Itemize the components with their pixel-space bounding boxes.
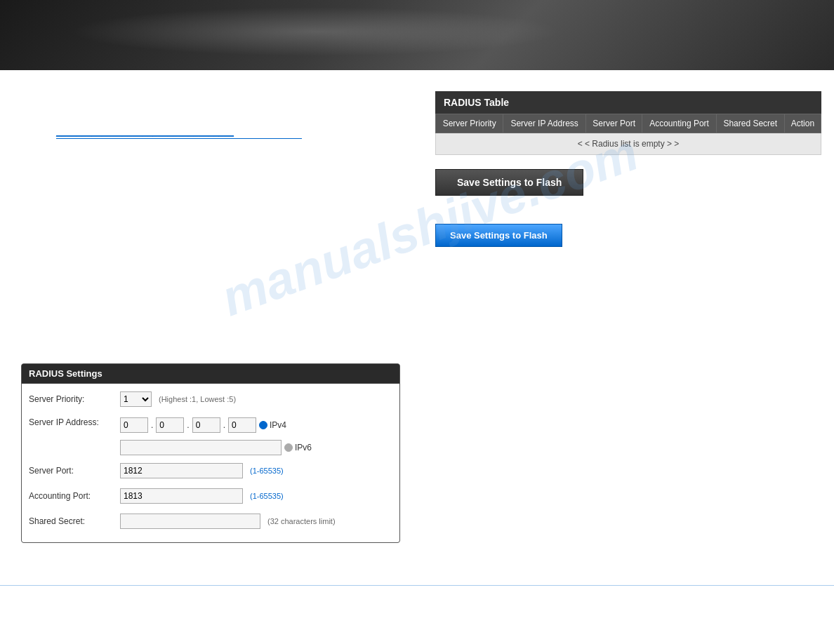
server-priority-hint: (Highest :1, Lowest :5) [159, 395, 236, 403]
ipv6-input[interactable] [120, 440, 282, 455]
server-port-row: Server Port: (1-65535) [29, 461, 392, 481]
server-ip-label: Server IP Address: [29, 417, 120, 427]
ip-octet-4[interactable] [228, 417, 256, 433]
server-ip-control: . . . IPv4 [120, 417, 392, 455]
ip-sep-2: . [187, 420, 189, 430]
radius-table: Server Priority Server IP Address Server… [435, 114, 821, 155]
shared-secret-input[interactable] [120, 514, 260, 529]
server-priority-select[interactable]: 1 2 3 4 5 [120, 391, 152, 407]
col-action: Action [784, 114, 821, 133]
accounting-port-input[interactable] [120, 488, 243, 504]
server-port-control: (1-65535) [120, 463, 392, 478]
shared-secret-row: Shared Secret: (32 characters limit) [29, 511, 392, 531]
accounting-port-label: Accounting Port: [29, 491, 120, 501]
server-port-input[interactable] [120, 463, 243, 478]
ipv4-label-text: IPv4 [270, 420, 286, 430]
ipv4-radio-label[interactable]: IPv4 [259, 420, 286, 430]
table-empty-message: < < Radius list is empty > > [436, 133, 821, 155]
ipv6-label-text: IPv6 [295, 443, 312, 452]
accounting-port-row: Accounting Port: (1-65535) [29, 486, 392, 506]
server-port-hint: (1-65535) [250, 467, 284, 475]
shared-secret-label: Shared Secret: [29, 516, 120, 526]
col-shared-secret: Shared Secret [716, 114, 784, 133]
accounting-port-control: (1-65535) [120, 488, 392, 504]
shared-secret-hint: (32 characters limit) [267, 517, 336, 525]
save-settings-flash-blue-button[interactable]: Save Settings to Flash [435, 224, 562, 247]
col-server-port: Server Port [585, 114, 642, 133]
ipv6-radio-label[interactable]: IPv6 [284, 443, 312, 452]
left-panel: ___________________________________ RADI… [14, 91, 421, 543]
nav-link[interactable]: ___________________________________ [56, 126, 302, 139]
accounting-port-hint: (1-65535) [250, 492, 284, 500]
server-priority-label: Server Priority: [29, 394, 120, 404]
col-accounting-port: Accounting Port [642, 114, 716, 133]
server-port-label: Server Port: [29, 466, 120, 476]
header [0, 0, 834, 70]
ip-sep-3: . [223, 420, 225, 430]
col-server-ip: Server IP Address [503, 114, 586, 133]
footer [0, 585, 834, 600]
radius-settings-box: RADIUS Settings Server Priority: 1 2 3 4… [21, 363, 400, 543]
col-server-priority: Server Priority [436, 114, 503, 133]
radius-settings-title: RADIUS Settings [22, 364, 399, 384]
server-priority-control: 1 2 3 4 5 (Highest :1, Lowest :5) [120, 391, 392, 407]
ip-octet-1[interactable] [120, 417, 148, 433]
server-ip-row: Server IP Address: . . . I [29, 415, 392, 455]
shared-secret-control: (32 characters limit) [120, 514, 392, 529]
ipv6-radio-dot [284, 443, 293, 452]
save-settings-flash-dark-button[interactable]: Save Settings to Flash [435, 169, 583, 196]
radius-table-container: RADIUS Table Server Priority Server IP A… [435, 91, 821, 155]
ip-octet-3[interactable] [192, 417, 220, 433]
settings-body: Server Priority: 1 2 3 4 5 (Highest :1, … [22, 384, 399, 542]
ip-octet-2[interactable] [156, 417, 184, 433]
ipv4-row: . . . IPv4 [120, 417, 286, 433]
server-priority-row: Server Priority: 1 2 3 4 5 (Highest :1, … [29, 389, 392, 409]
radius-table-title: RADIUS Table [435, 91, 821, 114]
table-empty-row: < < Radius list is empty > > [436, 133, 821, 155]
ip-sep-1: . [151, 420, 153, 430]
ipv6-row: IPv6 [120, 440, 312, 455]
right-panel: RADIUS Table Server Priority Server IP A… [435, 91, 821, 543]
ipv4-radio-dot [259, 421, 267, 429]
